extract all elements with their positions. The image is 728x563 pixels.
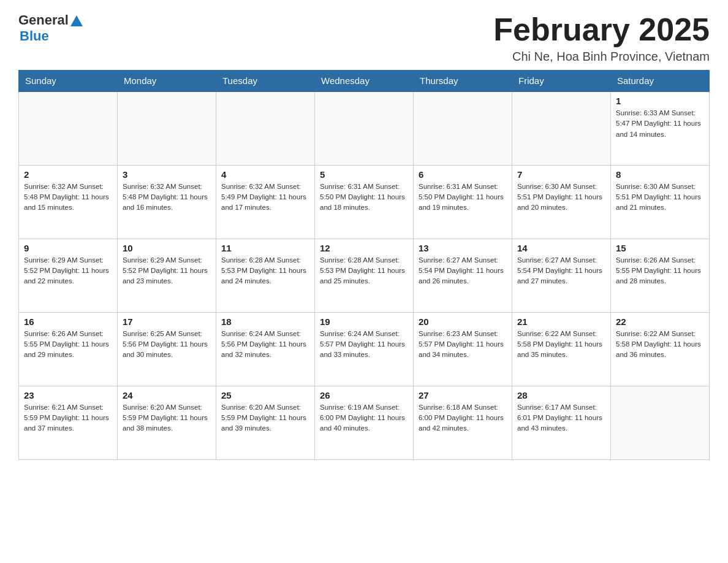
calendar-cell xyxy=(216,91,315,165)
day-info: Sunrise: 6:29 AM Sunset: 5:52 PM Dayligh… xyxy=(123,255,211,287)
day-info: Sunrise: 6:25 AM Sunset: 5:56 PM Dayligh… xyxy=(123,329,211,361)
logo: General Blue xyxy=(18,12,83,44)
day-info: Sunrise: 6:18 AM Sunset: 6:00 PM Dayligh… xyxy=(419,402,507,434)
logo-general: General xyxy=(18,12,83,28)
day-number: 7 xyxy=(517,169,605,180)
calendar-cell: 5Sunrise: 6:31 AM Sunset: 5:50 PM Daylig… xyxy=(315,165,414,239)
calendar-cell: 25Sunrise: 6:20 AM Sunset: 5:59 PM Dayli… xyxy=(216,386,315,459)
day-number: 12 xyxy=(320,243,408,253)
day-info: Sunrise: 6:31 AM Sunset: 5:50 PM Dayligh… xyxy=(320,182,408,213)
weekday-header-sunday: Sunday xyxy=(19,71,118,92)
calendar-cell: 16Sunrise: 6:26 AM Sunset: 5:55 PM Dayli… xyxy=(19,312,118,386)
day-number: 2 xyxy=(24,169,112,180)
calendar-cell: 1Sunrise: 6:33 AM Sunset: 5:47 PM Daylig… xyxy=(611,91,710,165)
calendar-cell: 19Sunrise: 6:24 AM Sunset: 5:57 PM Dayli… xyxy=(315,312,414,386)
calendar-cell: 7Sunrise: 6:30 AM Sunset: 5:51 PM Daylig… xyxy=(512,165,611,239)
day-number: 13 xyxy=(419,243,507,253)
calendar-cell: 23Sunrise: 6:21 AM Sunset: 5:59 PM Dayli… xyxy=(19,386,118,459)
day-info: Sunrise: 6:31 AM Sunset: 5:50 PM Dayligh… xyxy=(419,182,507,213)
day-number: 16 xyxy=(24,316,112,327)
weekday-header-friday: Friday xyxy=(512,71,611,92)
weekday-header-tuesday: Tuesday xyxy=(216,71,315,92)
day-info: Sunrise: 6:32 AM Sunset: 5:48 PM Dayligh… xyxy=(123,182,211,213)
day-info: Sunrise: 6:28 AM Sunset: 5:53 PM Dayligh… xyxy=(221,255,309,287)
day-info: Sunrise: 6:20 AM Sunset: 5:59 PM Dayligh… xyxy=(221,402,309,434)
calendar-cell: 18Sunrise: 6:24 AM Sunset: 5:56 PM Dayli… xyxy=(216,312,315,386)
day-info: Sunrise: 6:26 AM Sunset: 5:55 PM Dayligh… xyxy=(616,255,704,287)
day-info: Sunrise: 6:30 AM Sunset: 5:51 PM Dayligh… xyxy=(517,182,605,213)
calendar-cell xyxy=(512,91,611,165)
day-number: 21 xyxy=(517,316,605,327)
month-title: February 2025 xyxy=(493,12,710,47)
calendar-cell xyxy=(19,91,118,165)
day-info: Sunrise: 6:32 AM Sunset: 5:48 PM Dayligh… xyxy=(24,182,112,213)
day-number: 20 xyxy=(419,316,507,327)
calendar-cell: 13Sunrise: 6:27 AM Sunset: 5:54 PM Dayli… xyxy=(414,239,512,312)
logo-general-text: General xyxy=(18,12,69,28)
day-info: Sunrise: 6:29 AM Sunset: 5:52 PM Dayligh… xyxy=(24,255,112,287)
calendar-cell: 27Sunrise: 6:18 AM Sunset: 6:00 PM Dayli… xyxy=(414,386,512,459)
calendar-cell: 15Sunrise: 6:26 AM Sunset: 5:55 PM Dayli… xyxy=(611,239,710,312)
calendar-cell: 22Sunrise: 6:22 AM Sunset: 5:58 PM Dayli… xyxy=(611,312,710,386)
calendar-cell: 14Sunrise: 6:27 AM Sunset: 5:54 PM Dayli… xyxy=(512,239,611,312)
weekday-header-thursday: Thursday xyxy=(414,71,512,92)
calendar-cell: 4Sunrise: 6:32 AM Sunset: 5:49 PM Daylig… xyxy=(216,165,315,239)
day-number: 1 xyxy=(616,96,704,106)
calendar-cell: 28Sunrise: 6:17 AM Sunset: 6:01 PM Dayli… xyxy=(512,386,611,459)
day-number: 8 xyxy=(616,169,704,180)
calendar-cell: 9Sunrise: 6:29 AM Sunset: 5:52 PM Daylig… xyxy=(19,239,118,312)
calendar-cell: 8Sunrise: 6:30 AM Sunset: 5:51 PM Daylig… xyxy=(611,165,710,239)
day-number: 4 xyxy=(221,169,309,180)
day-number: 3 xyxy=(123,169,211,180)
calendar-cell: 10Sunrise: 6:29 AM Sunset: 5:52 PM Dayli… xyxy=(118,239,216,312)
weekday-header-saturday: Saturday xyxy=(611,71,710,92)
day-info: Sunrise: 6:26 AM Sunset: 5:55 PM Dayligh… xyxy=(24,329,112,361)
day-info: Sunrise: 6:20 AM Sunset: 5:59 PM Dayligh… xyxy=(123,402,211,434)
calendar-cell: 20Sunrise: 6:23 AM Sunset: 5:57 PM Dayli… xyxy=(414,312,512,386)
day-number: 18 xyxy=(221,316,309,327)
calendar-cell: 17Sunrise: 6:25 AM Sunset: 5:56 PM Dayli… xyxy=(118,312,216,386)
day-info: Sunrise: 6:17 AM Sunset: 6:01 PM Dayligh… xyxy=(517,402,605,434)
calendar-cell xyxy=(414,91,512,165)
day-info: Sunrise: 6:30 AM Sunset: 5:51 PM Dayligh… xyxy=(616,182,704,213)
location-title: Chi Ne, Hoa Binh Province, Vietnam xyxy=(493,50,710,64)
day-number: 24 xyxy=(123,390,211,400)
page-header: General Blue February 2025 Chi Ne, Hoa B… xyxy=(18,12,710,64)
day-number: 6 xyxy=(419,169,507,180)
calendar-cell xyxy=(118,91,216,165)
calendar-cell: 26Sunrise: 6:19 AM Sunset: 6:00 PM Dayli… xyxy=(315,386,414,459)
logo-blue-text: Blue xyxy=(18,28,49,44)
calendar-cell xyxy=(315,91,414,165)
day-number: 19 xyxy=(320,316,408,327)
day-info: Sunrise: 6:33 AM Sunset: 5:47 PM Dayligh… xyxy=(616,108,704,140)
day-number: 28 xyxy=(517,390,605,400)
calendar-week-row: 23Sunrise: 6:21 AM Sunset: 5:59 PM Dayli… xyxy=(19,386,710,459)
day-info: Sunrise: 6:24 AM Sunset: 5:57 PM Dayligh… xyxy=(320,329,408,361)
day-number: 25 xyxy=(221,390,309,400)
day-number: 11 xyxy=(221,243,309,253)
logo-blue-label: Blue xyxy=(20,28,49,44)
weekday-header-row: SundayMondayTuesdayWednesdayThursdayFrid… xyxy=(19,71,710,92)
calendar-cell: 2Sunrise: 6:32 AM Sunset: 5:48 PM Daylig… xyxy=(19,165,118,239)
day-number: 22 xyxy=(616,316,704,327)
calendar-cell xyxy=(611,386,710,459)
calendar-cell: 21Sunrise: 6:22 AM Sunset: 5:58 PM Dayli… xyxy=(512,312,611,386)
calendar-cell: 3Sunrise: 6:32 AM Sunset: 5:48 PM Daylig… xyxy=(118,165,216,239)
day-number: 17 xyxy=(123,316,211,327)
day-number: 10 xyxy=(123,243,211,253)
weekday-header-monday: Monday xyxy=(118,71,216,92)
day-info: Sunrise: 6:27 AM Sunset: 5:54 PM Dayligh… xyxy=(419,255,507,287)
calendar-cell: 24Sunrise: 6:20 AM Sunset: 5:59 PM Dayli… xyxy=(118,386,216,459)
calendar-table: SundayMondayTuesdayWednesdayThursdayFrid… xyxy=(18,70,710,460)
day-number: 27 xyxy=(419,390,507,400)
calendar-week-row: 9Sunrise: 6:29 AM Sunset: 5:52 PM Daylig… xyxy=(19,239,710,312)
calendar-week-row: 16Sunrise: 6:26 AM Sunset: 5:55 PM Dayli… xyxy=(19,312,710,386)
calendar-cell: 11Sunrise: 6:28 AM Sunset: 5:53 PM Dayli… xyxy=(216,239,315,312)
day-number: 5 xyxy=(320,169,408,180)
title-block: February 2025 Chi Ne, Hoa Binh Province,… xyxy=(493,12,710,64)
day-number: 9 xyxy=(24,243,112,253)
day-number: 26 xyxy=(320,390,408,400)
day-number: 14 xyxy=(517,243,605,253)
day-number: 23 xyxy=(24,390,112,400)
calendar-cell: 12Sunrise: 6:28 AM Sunset: 5:53 PM Dayli… xyxy=(315,239,414,312)
